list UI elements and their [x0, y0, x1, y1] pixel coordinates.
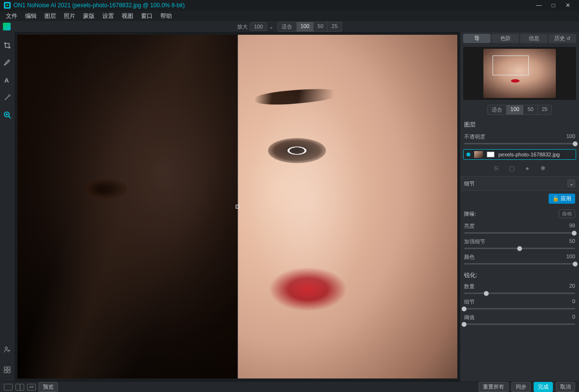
threshold-value: 0 [572, 314, 575, 321]
layer-mask-icon[interactable] [487, 152, 494, 157]
chevron-down-icon[interactable]: ⌄ [567, 180, 575, 187]
nav-zoom-100[interactable]: 100 [507, 105, 523, 114]
apply-button[interactable]: 🔓 应用 [549, 194, 575, 204]
minimize-button[interactable]: — [532, 2, 546, 9]
amount-value: 20 [569, 283, 575, 290]
svg-point-5 [5, 347, 8, 350]
single-view-icon[interactable] [4, 384, 13, 391]
cancel-button[interactable]: 取消 [556, 382, 575, 392]
ab-view-icon[interactable] [27, 384, 36, 391]
window-title: ON1 NoNoise AI 2021 (pexels-photo-167883… [14, 2, 532, 9]
split-view-icon[interactable] [15, 384, 24, 391]
menu-mask[interactable]: 蒙版 [79, 12, 99, 20]
opacity-row: 不透明度 100 [460, 132, 579, 147]
secondary-toolbar: 放大 100 ⌄ 适合 100 50 25 [0, 21, 579, 32]
apply-label: 应用 [561, 195, 571, 202]
layer-merge-icon[interactable]: ▢ [508, 165, 515, 171]
zoom-control[interactable]: 放大 100 ⌄ [237, 22, 273, 31]
sharp-detail-value: 0 [572, 298, 575, 306]
layer-item[interactable]: pexels-photo-1678832.jpg [463, 149, 576, 160]
zoom-value[interactable]: 100 [250, 23, 267, 30]
enhance-slider[interactable] [464, 248, 575, 249]
menubar: 文件 编辑 图层 照片 蒙版 设置 视图 窗口 帮助 [0, 11, 579, 21]
enhance-value: 50 [569, 238, 575, 245]
sharp-detail-slider[interactable] [464, 308, 575, 309]
opacity-label: 不透明度 [464, 133, 485, 140]
reset-all-button[interactable]: 重置所有 [479, 382, 508, 392]
brush-tool-icon[interactable] [2, 58, 12, 68]
threshold-slider[interactable] [464, 323, 575, 325]
menu-file[interactable]: 文件 [2, 12, 21, 20]
crop-tool-icon[interactable] [2, 41, 12, 50]
split-handle[interactable] [236, 205, 240, 209]
navigator-preview[interactable] [463, 47, 576, 100]
amount-slider[interactable] [464, 293, 575, 294]
color-label: 颜色 [464, 253, 475, 261]
layer-visibility-icon[interactable] [466, 153, 470, 156]
color-value: 100 [566, 253, 575, 261]
enhance-label: 加强细节 [464, 238, 485, 245]
layer-actions: ⎘ ▢ ● ✱ [460, 162, 579, 176]
amount-label: 数量 [464, 283, 475, 290]
zoom-25-button[interactable]: 25 [328, 22, 341, 31]
canvas[interactable] [14, 32, 460, 381]
nav-zoom-25[interactable]: 25 [538, 105, 551, 114]
menu-window[interactable]: 窗口 [137, 12, 156, 20]
auto-button[interactable]: 自动 [559, 210, 575, 218]
detail-section-header[interactable]: 细节 ⌄ [460, 176, 579, 191]
presets-tool-icon[interactable] [2, 365, 12, 375]
noise-title: 降噪: [464, 210, 476, 218]
luminance-value: 99 [569, 223, 575, 230]
menu-edit[interactable]: 编辑 [21, 12, 41, 20]
titlebar: ON1 NoNoise AI 2021 (pexels-photo-167883… [0, 0, 579, 11]
threshold-label: 阈值 [464, 314, 475, 321]
wand-tool-icon[interactable] [2, 93, 12, 102]
image-preview[interactable] [17, 35, 457, 378]
tab-navigator[interactable]: 导 [463, 34, 491, 43]
menu-settings[interactable]: 设置 [99, 12, 118, 20]
compare-mode-group [4, 384, 36, 391]
tab-info[interactable]: 信息 [520, 34, 548, 43]
layer-filename: pexels-photo-1678832.jpg [498, 152, 560, 157]
detail-title: 细节 [464, 180, 475, 187]
left-tool-strip: A [0, 32, 14, 381]
close-button[interactable]: ✕ [561, 2, 575, 9]
luminance-slider[interactable] [464, 232, 575, 234]
nav-fit-button[interactable]: 适合 [488, 105, 507, 114]
menu-layer[interactable]: 图层 [41, 12, 60, 20]
fit-presets: 适合 100 50 25 [277, 22, 342, 32]
menu-photo[interactable]: 照片 [60, 12, 79, 20]
sync-button[interactable]: 同步 [511, 382, 531, 392]
menu-help[interactable]: 帮助 [156, 12, 176, 20]
preview-button[interactable]: 预览 [39, 382, 58, 392]
zoom-50-button[interactable]: 50 [314, 22, 328, 31]
tab-histogram[interactable]: 色阶 [492, 34, 519, 43]
tab-history[interactable]: 历史 [549, 34, 576, 43]
opacity-slider[interactable] [464, 143, 575, 144]
layer-thumbnail [474, 151, 483, 158]
layer-gear-icon[interactable]: ✱ [539, 165, 546, 171]
app-icon [4, 2, 11, 9]
layers-section-title: 图层 [460, 118, 579, 132]
text-tool-icon[interactable]: A [2, 75, 12, 85]
user-tool-icon[interactable] [2, 345, 12, 354]
zoom-dropdown-icon[interactable]: ⌄ [269, 24, 273, 30]
zoom-100-button[interactable]: 100 [297, 22, 313, 31]
before-image [17, 35, 238, 378]
done-button[interactable]: 完成 [534, 382, 553, 392]
right-panel: 导 色阶 信息 历史 适合 100 50 25 图层 不透明度 100 [460, 32, 579, 381]
after-image [238, 35, 458, 378]
color-slider[interactable] [464, 263, 575, 265]
nav-zoom-50[interactable]: 50 [523, 105, 537, 114]
luminance-label: 亮度 [464, 223, 475, 230]
svg-rect-6 [4, 367, 7, 369]
maximize-button[interactable]: □ [546, 2, 561, 9]
svg-text:A: A [4, 77, 9, 84]
lock-icon: 🔓 [552, 196, 559, 202]
fit-button[interactable]: 适合 [278, 22, 297, 31]
menu-view[interactable]: 视图 [118, 12, 137, 20]
layer-circle-icon[interactable]: ● [524, 165, 531, 171]
zoom-tool-icon[interactable] [2, 110, 12, 120]
navigator-viewport[interactable] [493, 56, 529, 76]
layer-copy-icon[interactable]: ⎘ [493, 165, 500, 171]
